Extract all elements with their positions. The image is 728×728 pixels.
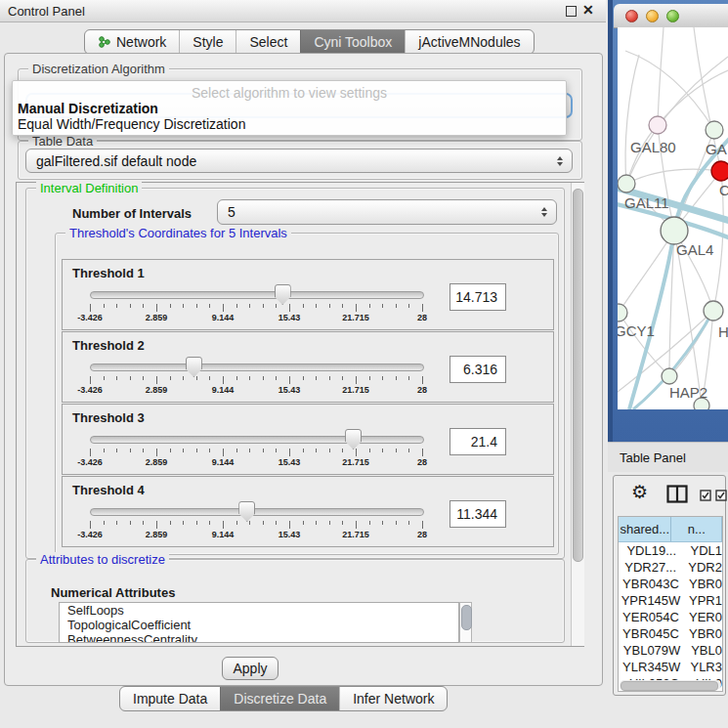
node-table[interactable]: shared... n... YDL19...YDL1YDR27...YDR2Y… [618, 516, 723, 692]
table-panel-title: Table Panel [620, 450, 686, 465]
window-close-button[interactable] [625, 10, 638, 22]
tab-label: Cyni Toolbox [314, 34, 392, 50]
slider-tick-label: 2.859 [146, 530, 168, 539]
threshold-value-field[interactable]: 11.344 [450, 500, 506, 528]
table-row[interactable]: YBR045CYBR0 [619, 625, 722, 642]
threshold-slider-thumb[interactable] [275, 284, 291, 305]
attributes-scrollbar-thumb[interactable] [461, 605, 472, 630]
close-icon[interactable]: ✕ [582, 2, 594, 18]
tab-jactivemnodules[interactable]: jActiveMNodules [405, 30, 533, 54]
table-header-row: shared... n... [619, 517, 722, 542]
threshold-slider-thumb[interactable] [345, 429, 362, 450]
algorithm-placeholder: Select algorithm to view settings [13, 85, 566, 101]
slider-tick-label: -3.426 [77, 457, 103, 467]
gal11-node[interactable] [618, 175, 635, 193]
apply-button[interactable]: Apply [222, 657, 278, 680]
slider-tick-label: 2.859 [146, 313, 168, 322]
cyni-bottom-tabs: Impute DataDiscretize DataInfer Network [119, 686, 448, 711]
table-data-select[interactable]: galFiltered.sif default node [25, 149, 573, 173]
tab-label: Impute Data [133, 691, 207, 707]
tab-cyni-toolbox[interactable]: Cyni Toolbox [300, 30, 405, 54]
gal4-node[interactable] [661, 217, 688, 244]
cell-shared-name: YPR145W [619, 593, 683, 608]
table-row[interactable]: YDR27...YDR2 [619, 559, 722, 576]
threshold-value-field[interactable]: 14.713 [450, 283, 506, 311]
threshold-value-field[interactable]: 6.316 [450, 356, 506, 383]
numerical-attributes-list[interactable]: SelfLoopsTopologicalCoefficientBetweenne… [59, 602, 459, 643]
tab-infer-network[interactable]: Infer Network [339, 687, 447, 710]
column-header-name[interactable]: n... [671, 517, 722, 541]
cell-name: YBL0 [685, 643, 722, 658]
menu-item-equal-width-frequency[interactable]: Equal Width/Frequency Discretization [18, 116, 245, 132]
threshold-value-field[interactable]: 21.4 [450, 428, 506, 455]
tab-impute-data[interactable]: Impute Data [120, 687, 220, 710]
gear-icon[interactable]: ⚙ [631, 483, 648, 501]
threshold-slider-track[interactable] [90, 364, 424, 371]
checkbox-icon[interactable] [700, 490, 711, 504]
table-row[interactable]: YBR043CYBR0 [619, 576, 722, 592]
cell-shared-name: YDL19... [619, 543, 684, 558]
number-of-intervals-value: 5 [228, 204, 236, 220]
table-horizontal-scrollbar[interactable] [620, 680, 721, 690]
threshold-label: Threshold 4 [72, 483, 145, 497]
cell-shared-name: YBL079W [619, 643, 685, 658]
threshold-slider-track[interactable] [90, 291, 424, 299]
gcy1-node[interactable] [618, 304, 627, 321]
table-row[interactable]: YER054CYER0 [619, 609, 722, 625]
attributes-list-scrollbar[interactable] [459, 602, 472, 643]
slider-tick-label: 21.715 [342, 385, 369, 395]
cell-name: YDR2 [682, 560, 722, 575]
attribute-list-item[interactable]: BetweennessCentrality [60, 632, 458, 643]
slider-tick-label: 28 [417, 385, 427, 395]
tab-discretize-data[interactable]: Discretize Data [220, 687, 339, 710]
spinner-arrows-icon [541, 207, 547, 217]
threshold-slider-thumb[interactable] [238, 501, 255, 522]
network-view[interactable]: GAL80GACGAL11GAL4GCY1HHAP2 [618, 27, 728, 409]
slider-tick-label: -3.426 [77, 530, 103, 539]
hap2-node[interactable] [662, 368, 677, 384]
menu-item-manual-discretization[interactable]: Manual Discretization [18, 101, 158, 116]
number-of-intervals-select[interactable]: 5 [217, 199, 557, 225]
network-node-label: GAL11 [624, 194, 669, 211]
window-minimize-button[interactable] [646, 10, 659, 22]
threshold-slider-track[interactable] [90, 508, 424, 516]
cell-shared-name: YLR345W [619, 660, 684, 674]
slider-tick-label: 15.43 [278, 530, 301, 539]
threshold-label: Threshold 1 [72, 266, 145, 280]
h-node[interactable] [704, 301, 723, 321]
threshold-slider-thumb[interactable] [186, 357, 202, 377]
checkbox-icon[interactable] [715, 490, 727, 504]
tab-network[interactable]: Network [85, 30, 179, 54]
network-node-label: H [718, 323, 728, 340]
table-row[interactable]: YPR145WYPR1 [619, 592, 722, 609]
selected-red-node[interactable] [711, 161, 728, 181]
gal80-node[interactable] [649, 116, 666, 134]
algorithm-dropdown-popup: Select algorithm to view settings Manual… [12, 80, 567, 136]
tab-style[interactable]: Style [179, 30, 236, 54]
slider-tick-label: -3.426 [77, 385, 103, 395]
vertical-scrollbar[interactable] [571, 183, 584, 646]
network-node-label: GAL80 [630, 139, 676, 155]
table-row[interactable]: YBL079WYBL0 [619, 642, 722, 659]
window-zoom-button[interactable] [666, 10, 679, 22]
slider-tick-label: 15.43 [278, 313, 301, 322]
split-pane-icon[interactable] [666, 485, 688, 506]
tab-select[interactable]: Select [236, 30, 300, 54]
slider-tick-label: 21.715 [342, 530, 369, 539]
float-window-icon[interactable] [566, 6, 577, 17]
threshold-panel: Threshold 1-3.4262.8599.14415.4321.71528… [62, 259, 554, 330]
top-right-node[interactable] [706, 121, 723, 139]
table-row[interactable]: YDL19...YDL1 [619, 542, 722, 559]
tab-label: Style [193, 34, 223, 50]
network-graph: GAL80GACGAL11GAL4GCY1HHAP2 [618, 27, 728, 409]
table-row[interactable]: YLR345WYLR3 [619, 659, 722, 675]
tab-label: Discretize Data [234, 691, 326, 707]
table-scrollbar-thumb[interactable] [621, 681, 718, 691]
threshold-slider-track[interactable] [90, 436, 424, 444]
cell-name: YDL1 [684, 543, 722, 558]
attribute-list-item[interactable]: SelfLoops [60, 603, 458, 618]
column-header-shared-name[interactable]: shared... [619, 517, 671, 541]
vertical-scrollbar-thumb[interactable] [573, 189, 583, 562]
table-data-selected-value: galFiltered.sif default node [36, 153, 196, 169]
attribute-list-item[interactable]: TopologicalCoefficient [60, 618, 458, 632]
